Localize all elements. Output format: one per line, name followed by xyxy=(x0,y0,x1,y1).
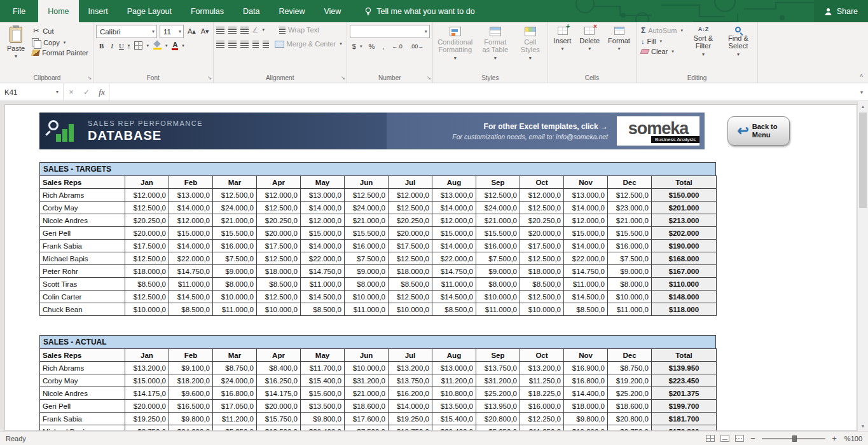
month-value-cell[interactable]: $9.000,0 xyxy=(608,265,652,278)
month-value-cell[interactable]: $13.750,0 xyxy=(389,374,432,387)
month-value-cell[interactable]: $9.000,0 xyxy=(213,265,257,278)
month-value-cell[interactable]: $8.750,0 xyxy=(608,362,652,374)
month-value-cell[interactable]: $24.000,0 xyxy=(345,202,389,214)
month-value-cell[interactable]: $26.400,0 xyxy=(432,425,476,432)
month-value-cell[interactable]: $20.000,0 xyxy=(125,227,169,240)
month-value-cell[interactable]: $24.200,0 xyxy=(169,425,213,432)
month-value-cell[interactable]: $16.000,0 xyxy=(608,240,652,252)
column-header-sales-reps[interactable]: Sales Reps xyxy=(40,176,125,189)
month-value-cell[interactable]: $18.000,0 xyxy=(564,400,608,413)
page-layout-view-icon[interactable] xyxy=(720,435,729,442)
rep-name-cell[interactable]: Michael Bapis xyxy=(40,252,125,265)
decrease-decimal-icon[interactable]: .00→ xyxy=(409,43,425,50)
total-cell[interactable]: $139.950 xyxy=(652,362,717,374)
month-value-cell[interactable]: $16.500,0 xyxy=(169,400,213,413)
month-value-cell[interactable]: $13.950,0 xyxy=(476,400,520,413)
tab-data[interactable]: Data xyxy=(233,0,269,22)
month-value-cell[interactable]: $9.000,0 xyxy=(345,265,389,278)
column-header-month[interactable]: Feb xyxy=(169,176,213,189)
month-value-cell[interactable]: $13.200,0 xyxy=(520,362,564,374)
font-dialog-launcher[interactable] xyxy=(207,76,212,81)
month-value-cell[interactable]: $8.000,0 xyxy=(345,278,389,291)
targets-title-cell[interactable]: SALES - TARGETS xyxy=(39,162,716,175)
month-value-cell[interactable]: $13.000,0 xyxy=(169,189,213,202)
month-value-cell[interactable]: $10.000,0 xyxy=(389,303,432,316)
month-value-cell[interactable]: $20.000,0 xyxy=(257,227,301,240)
month-value-cell[interactable]: $15.750,0 xyxy=(257,413,301,425)
month-value-cell[interactable]: $14.000,0 xyxy=(564,202,608,214)
clipboard-dialog-launcher[interactable] xyxy=(87,76,92,81)
month-value-cell[interactable]: $13.500,0 xyxy=(432,400,476,413)
month-value-cell[interactable]: $11.000,0 xyxy=(476,303,520,316)
month-value-cell[interactable]: $12.500,0 xyxy=(213,189,257,202)
someka-logo[interactable]: someka Business Analysis xyxy=(617,116,699,146)
name-box[interactable]: K41 xyxy=(0,83,64,100)
copy-button[interactable]: Copy xyxy=(30,37,90,48)
collapse-ribbon-icon[interactable]: ^ xyxy=(860,74,863,81)
format-painter-button[interactable]: Format Painter xyxy=(30,48,90,58)
month-value-cell[interactable]: $8.000,0 xyxy=(608,278,652,291)
month-value-cell[interactable]: $8.400,0 xyxy=(257,362,301,374)
rep-name-cell[interactable]: Corby May xyxy=(40,374,125,387)
column-header-month[interactable]: Sep xyxy=(476,176,520,189)
month-value-cell[interactable]: $20.000,0 xyxy=(125,400,169,413)
cell-styles-button[interactable]: Cell Styles xyxy=(516,25,545,64)
month-value-cell[interactable]: $11.000,0 xyxy=(432,278,476,291)
month-value-cell[interactable]: $11.000,0 xyxy=(564,278,608,291)
zoom-level[interactable]: %100 xyxy=(843,435,862,442)
fill-color-button[interactable] xyxy=(153,41,168,50)
month-value-cell[interactable]: $8.000,0 xyxy=(213,278,257,291)
alignment-dialog-launcher[interactable] xyxy=(341,76,345,81)
rep-name-cell[interactable]: Scott Tiras xyxy=(40,278,125,291)
month-value-cell[interactable]: $15.000,0 xyxy=(432,227,476,240)
column-header-month[interactable]: Jan xyxy=(125,176,169,189)
month-value-cell[interactable]: $20.250,0 xyxy=(125,214,169,227)
month-value-cell[interactable]: $8.750,0 xyxy=(125,425,169,432)
font-color-button[interactable]: A xyxy=(172,41,184,50)
month-value-cell[interactable]: $15.000,0 xyxy=(125,374,169,387)
month-value-cell[interactable]: $14.500,0 xyxy=(432,291,476,303)
month-value-cell[interactable]: $14.000,0 xyxy=(301,240,345,252)
rep-name-cell[interactable]: Chuck Bean xyxy=(40,303,125,316)
month-value-cell[interactable]: $13.200,0 xyxy=(389,362,432,374)
month-value-cell[interactable]: $14.000,0 xyxy=(432,202,476,214)
month-value-cell[interactable]: $20.000,0 xyxy=(389,227,432,240)
zoom-out-button[interactable]: − xyxy=(750,434,756,443)
font-size-select[interactable]: 11 xyxy=(160,25,184,38)
month-value-cell[interactable]: $9.600,0 xyxy=(169,387,213,400)
formula-input[interactable] xyxy=(109,83,855,100)
column-header-month[interactable]: Jun xyxy=(345,176,389,189)
month-value-cell[interactable]: $12.000,0 xyxy=(564,214,608,227)
month-value-cell[interactable]: $14.500,0 xyxy=(301,291,345,303)
month-value-cell[interactable]: $10.000,0 xyxy=(257,303,301,316)
month-value-cell[interactable]: $12.500,0 xyxy=(520,291,564,303)
month-value-cell[interactable]: $31.200,0 xyxy=(345,374,389,387)
month-value-cell[interactable]: $11.000,0 xyxy=(301,278,345,291)
scroll-up-icon[interactable]: ▲ xyxy=(858,101,868,111)
month-value-cell[interactable]: $10.800,0 xyxy=(432,387,476,400)
column-header-sales-reps[interactable]: Sales Reps xyxy=(40,349,125,362)
italic-button[interactable]: I xyxy=(109,41,114,50)
rep-name-cell[interactable]: Rich Abrams xyxy=(40,189,125,202)
month-value-cell[interactable]: $12.500,0 xyxy=(125,252,169,265)
rep-name-cell[interactable]: Corby May xyxy=(40,202,125,214)
month-value-cell[interactable]: $17.500,0 xyxy=(520,240,564,252)
month-value-cell[interactable]: $24.000,0 xyxy=(213,202,257,214)
zoom-slider-thumb[interactable] xyxy=(792,435,797,442)
month-value-cell[interactable]: $16.000,0 xyxy=(476,240,520,252)
tab-page-layout[interactable]: Page Layout xyxy=(118,0,181,22)
month-value-cell[interactable]: $12.500,0 xyxy=(520,252,564,265)
total-cell[interactable]: $181.700 xyxy=(652,413,717,425)
month-value-cell[interactable]: $26.400,0 xyxy=(301,425,345,432)
month-value-cell[interactable]: $16.000,0 xyxy=(213,240,257,252)
increase-indent-icon[interactable] xyxy=(263,41,269,48)
month-value-cell[interactable]: $10.000,0 xyxy=(125,303,169,316)
month-value-cell[interactable]: $12.500,0 xyxy=(257,425,301,432)
total-cell[interactable]: $202.000 xyxy=(652,227,717,240)
rep-name-cell[interactable]: Nicole Andres xyxy=(40,387,125,400)
month-value-cell[interactable]: $15.400,0 xyxy=(432,413,476,425)
clear-button[interactable]: Clear xyxy=(639,46,685,57)
month-value-cell[interactable]: $13.000,0 xyxy=(432,189,476,202)
month-value-cell[interactable]: $15.000,0 xyxy=(564,227,608,240)
month-value-cell[interactable]: $9.800,0 xyxy=(564,413,608,425)
